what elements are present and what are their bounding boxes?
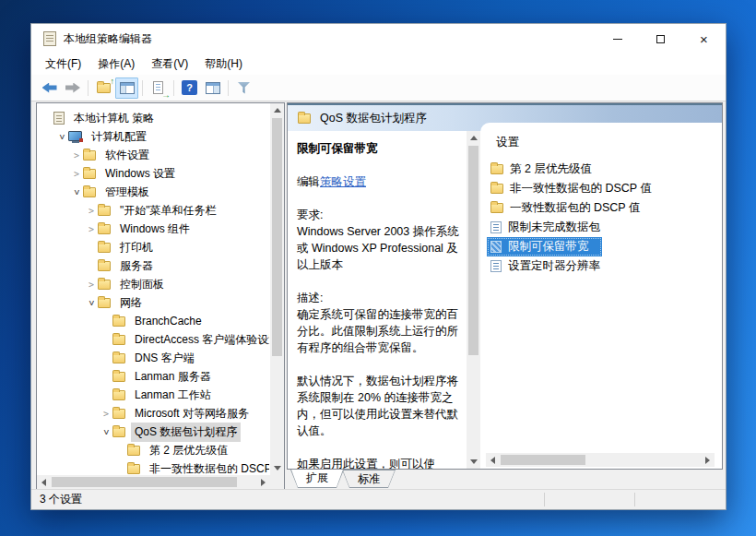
chevron-closed-icon[interactable]: > bbox=[85, 280, 98, 290]
scroll-right-button[interactable] bbox=[701, 453, 715, 467]
tree-item[interactable]: >Windows 组件 bbox=[37, 220, 269, 238]
setting-item[interactable]: 设置定时器分辨率 bbox=[487, 256, 604, 276]
tree-item[interactable]: >QoS 数据包计划程序 bbox=[37, 423, 269, 441]
tree-item[interactable]: >管理模板 bbox=[37, 183, 269, 201]
chevron-open-icon[interactable]: > bbox=[101, 425, 112, 438]
menu-action[interactable]: 操作(A) bbox=[89, 54, 143, 74]
scrollbar-thumb[interactable] bbox=[272, 118, 282, 356]
tree-item-label: 非一致性数据包的 DSCP 值 bbox=[146, 459, 269, 475]
minimize-button[interactable] bbox=[596, 24, 639, 54]
description-paragraph: 默认情况下，数据包计划程序将系统限制在 20% 的连接带宽之内，但可以使用此设置… bbox=[297, 373, 459, 439]
settings-column-header[interactable]: 设置 bbox=[496, 135, 519, 150]
chevron-closed-icon[interactable]: > bbox=[100, 409, 112, 419]
tree-item[interactable]: >计算机配置 bbox=[37, 127, 269, 146]
title-bar[interactable]: 本地组策略编辑器 × bbox=[31, 24, 726, 54]
close-icon: × bbox=[700, 32, 708, 46]
scroll-left-icon bbox=[490, 457, 495, 464]
tab-standard[interactable]: 标准 bbox=[342, 470, 396, 488]
export-arrow-icon: → bbox=[161, 90, 171, 100]
scrollbar-thumb[interactable] bbox=[501, 455, 585, 465]
tree-item[interactable]: >"开始"菜单和任务栏 bbox=[37, 201, 269, 220]
setting-item[interactable]: 限制可保留带宽 bbox=[487, 237, 602, 256]
scroll-down-button[interactable] bbox=[467, 455, 480, 469]
tree-item-label: Lanman 服务器 bbox=[131, 367, 215, 387]
maximize-button[interactable] bbox=[639, 24, 682, 54]
scroll-left-button[interactable] bbox=[486, 453, 500, 467]
tree-item[interactable]: 非一致性数据包的 DSCP 值 bbox=[37, 459, 269, 474]
tree-item[interactable]: >网络 bbox=[37, 293, 269, 312]
tab-extended[interactable]: 扩展 bbox=[290, 470, 344, 488]
tree-item[interactable]: DNS 客户端 bbox=[37, 349, 269, 367]
tree-horizontal-scrollbar[interactable] bbox=[37, 475, 270, 489]
show-console-tree-button[interactable] bbox=[115, 77, 138, 99]
tree-item[interactable]: >软件设置 bbox=[37, 146, 269, 164]
tree-item-label: 软件设置 bbox=[101, 146, 153, 165]
status-divider bbox=[544, 493, 545, 506]
back-button[interactable] bbox=[38, 77, 61, 99]
scrollbar-thumb[interactable] bbox=[468, 146, 478, 355]
chevron-closed-icon[interactable]: > bbox=[85, 224, 98, 234]
folder-icon bbox=[112, 353, 125, 363]
edit-policy-setting-link[interactable]: 策略设置 bbox=[320, 175, 366, 188]
folder-icon bbox=[83, 187, 96, 197]
action-pane-icon bbox=[206, 82, 220, 94]
description-scrollbar[interactable] bbox=[467, 131, 480, 469]
setting-item[interactable]: 一致性数据包的 DSCP 值 bbox=[487, 198, 644, 218]
folder-icon bbox=[112, 409, 125, 419]
chevron-open-icon[interactable]: > bbox=[57, 130, 67, 143]
scroll-up-button[interactable] bbox=[270, 103, 284, 117]
export-list-button[interactable]: → bbox=[147, 77, 170, 99]
close-button[interactable]: × bbox=[682, 24, 726, 54]
description-label: 描述: bbox=[297, 290, 459, 306]
forward-button[interactable] bbox=[61, 77, 84, 99]
tree-item[interactable]: 本地计算机 策略 bbox=[37, 109, 269, 127]
edit-line: 编辑策略设置 bbox=[297, 173, 459, 190]
chevron-closed-icon[interactable]: > bbox=[85, 206, 98, 216]
tree-item-label: "开始"菜单和任务栏 bbox=[116, 201, 220, 220]
folder-icon bbox=[112, 427, 125, 437]
show-action-pane-button[interactable] bbox=[201, 77, 224, 99]
tab-label: 标准 bbox=[343, 470, 395, 487]
help-button[interactable] bbox=[178, 77, 201, 99]
list-horizontal-scrollbar[interactable] bbox=[486, 453, 715, 467]
scroll-down-button[interactable] bbox=[270, 461, 284, 475]
setting-item[interactable]: 限制未完成数据包 bbox=[487, 218, 604, 237]
tree: 本地计算机 策略>计算机配置>软件设置>Windows 设置>管理模板>"开始"… bbox=[37, 109, 269, 474]
edit-prefix: 编辑 bbox=[297, 175, 320, 188]
folder-icon bbox=[98, 280, 111, 290]
scrollbar-thumb[interactable] bbox=[52, 477, 237, 487]
tree-item[interactable]: >Windows 设置 bbox=[37, 164, 269, 183]
folder-icon bbox=[98, 206, 111, 216]
menu-file[interactable]: 文件(F) bbox=[37, 54, 89, 74]
tab-border: 标准 bbox=[342, 470, 396, 488]
tree-item[interactable]: 第 2 层优先级值 bbox=[37, 441, 269, 459]
tree-vertical-scrollbar[interactable] bbox=[270, 103, 284, 475]
tree-item[interactable]: >控制面板 bbox=[37, 275, 269, 293]
tree-item[interactable]: 打印机 bbox=[37, 238, 269, 256]
up-one-level-button[interactable]: ↑ bbox=[92, 77, 115, 99]
setting-item[interactable]: 第 2 层优先级值 bbox=[487, 160, 596, 179]
tree-item[interactable]: Lanman 服务器 bbox=[37, 367, 269, 386]
tree-item[interactable]: 服务器 bbox=[37, 256, 269, 275]
filter-button[interactable] bbox=[232, 77, 255, 99]
chevron-open-icon[interactable]: > bbox=[87, 296, 97, 309]
settings-list: 第 2 层优先级值非一致性数据包的 DSCP 值一致性数据包的 DSCP 值限制… bbox=[487, 160, 720, 276]
chevron-closed-icon[interactable]: > bbox=[70, 169, 83, 179]
menu-help[interactable]: 帮助(H) bbox=[196, 54, 251, 74]
tree-item-label: Lanman 工作站 bbox=[131, 386, 215, 405]
folder-icon bbox=[112, 335, 125, 345]
chevron-open-icon[interactable]: > bbox=[72, 185, 82, 198]
scroll-left-button[interactable] bbox=[37, 475, 51, 489]
menu-view[interactable]: 查看(V) bbox=[143, 54, 196, 74]
scroll-right-button[interactable] bbox=[256, 475, 270, 489]
chevron-closed-icon[interactable]: > bbox=[70, 150, 83, 161]
tree-item[interactable]: >Microsoft 对等网络服务 bbox=[37, 404, 269, 423]
tree-item-label: 管理模板 bbox=[101, 183, 153, 202]
tab-border: 扩展 bbox=[290, 470, 344, 488]
tree-item[interactable]: BranchCache bbox=[37, 312, 269, 330]
tree-item[interactable]: DirectAccess 客户端体验设置 bbox=[37, 330, 269, 349]
setting-item[interactable]: 非一致性数据包的 DSCP 值 bbox=[487, 179, 656, 198]
tree-item[interactable]: Lanman 工作站 bbox=[37, 386, 269, 404]
scroll-up-button[interactable] bbox=[467, 131, 480, 145]
setting-item-label: 非一致性数据包的 DSCP 值 bbox=[510, 181, 652, 197]
